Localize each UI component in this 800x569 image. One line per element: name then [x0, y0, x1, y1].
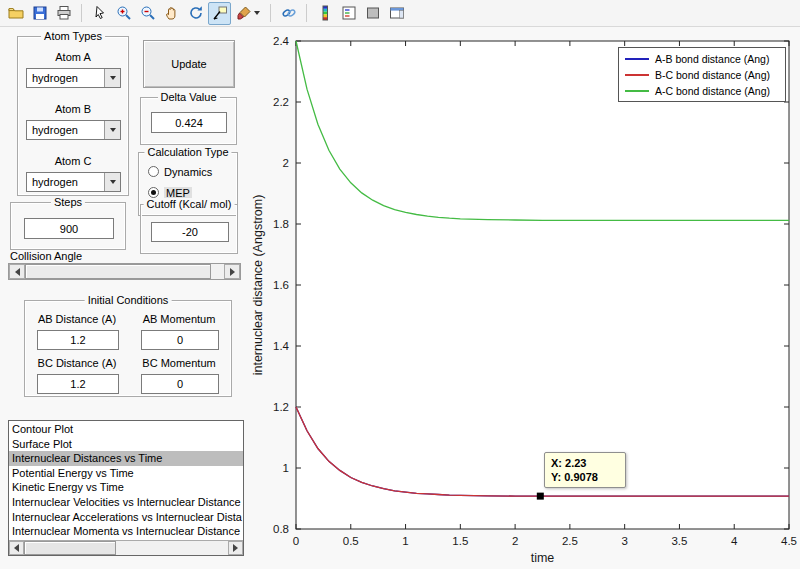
radio-circle-icon [148, 187, 159, 198]
rotate-3d-button[interactable] [184, 2, 207, 25]
open-file-button[interactable] [4, 2, 27, 25]
svg-text:3.5: 3.5 [671, 535, 687, 547]
initial-conditions-title: Initial Conditions [85, 294, 172, 307]
bc-distance-label: BC Distance (A) [25, 357, 129, 369]
bc-momentum-field[interactable] [141, 374, 219, 394]
delta-value-field[interactable] [151, 112, 227, 133]
dropdown-button[interactable] [104, 121, 120, 139]
list-item[interactable]: Internuclear Momenta vs Internuclear Dis… [9, 524, 243, 539]
svg-text:2.5: 2.5 [562, 535, 578, 547]
svg-text:1.2: 1.2 [273, 401, 289, 413]
brush-button[interactable] [232, 2, 264, 25]
list-item[interactable]: Potential Energy vs Time [9, 466, 243, 481]
hscroll-track[interactable] [24, 541, 228, 555]
print-button[interactable] [52, 2, 75, 25]
arrow-right-icon [233, 544, 238, 552]
arrow-right-icon [230, 268, 235, 276]
slider-right-arrow[interactable] [224, 264, 240, 279]
hscroll-thumb[interactable] [24, 541, 116, 555]
data-cursor-button[interactable] [208, 2, 231, 25]
atom-c-label: Atom C [18, 155, 128, 167]
list-item[interactable]: Internuclear Velocities vs Internuclear … [9, 495, 243, 510]
chevron-down-icon [110, 180, 116, 184]
radio-mep-label: MEP [164, 187, 192, 199]
radio-circle-icon [148, 166, 159, 177]
dropdown-button[interactable] [104, 69, 120, 87]
print-icon [56, 5, 72, 21]
list-item[interactable]: Internuclear Distances vs Time [9, 451, 243, 466]
atom-a-value: hydrogen [27, 69, 104, 87]
svg-text:0: 0 [293, 535, 299, 547]
atom-a-dropdown[interactable]: hydrogen [26, 68, 121, 88]
slider-track[interactable] [25, 264, 224, 279]
zoom-out-icon [140, 5, 156, 21]
radio-dynamics-label: Dynamics [164, 166, 212, 178]
delta-value-group: Delta Value [140, 97, 237, 145]
bc-distance-field[interactable] [37, 374, 119, 394]
ab-momentum-label: AB Momentum [129, 313, 229, 325]
link-plot-button[interactable] [277, 2, 300, 25]
svg-text:1: 1 [402, 535, 408, 547]
svg-text:2: 2 [283, 157, 289, 169]
cutoff-field[interactable] [151, 222, 229, 242]
zoom-in-button[interactable] [112, 2, 135, 25]
plot-type-listbox[interactable]: Contour PlotSurface PlotInternuclear Dis… [8, 420, 244, 556]
list-item[interactable]: Internuclear Accelerations vs Internucle… [9, 510, 243, 525]
svg-text:3: 3 [621, 535, 627, 547]
ab-momentum-field[interactable] [141, 330, 219, 350]
toolbar-separator [270, 4, 271, 22]
update-button[interactable]: Update [143, 40, 235, 88]
svg-text:1.8: 1.8 [273, 218, 289, 230]
atom-b-dropdown[interactable]: hydrogen [26, 120, 121, 140]
listbox-hscrollbar[interactable] [9, 540, 243, 555]
svg-text:1.6: 1.6 [273, 279, 289, 291]
plot-canvas[interactable]: 00.511.522.533.544.50.811.21.41.61.822.2… [248, 28, 800, 569]
chevron-down-icon [110, 76, 116, 80]
link-plot-icon [281, 5, 297, 21]
edit-plot-icon [92, 5, 108, 21]
update-button-label: Update [171, 58, 206, 70]
save-button[interactable] [28, 2, 51, 25]
toolbar-separator [81, 4, 82, 22]
list-item[interactable]: Surface Plot [9, 437, 243, 452]
legend-label: A-C bond distance (Ang) [655, 85, 770, 97]
atom-c-dropdown[interactable]: hydrogen [26, 172, 121, 192]
atom-types-title: Atom Types [41, 30, 105, 43]
insert-legend-button[interactable] [337, 2, 360, 25]
insert-legend-icon [341, 5, 357, 21]
list-item[interactable]: Kinetic Energy vs Time [9, 480, 243, 495]
calculation-type-title: Calculation Type [144, 146, 231, 159]
list-item[interactable]: Contour Plot [9, 422, 243, 437]
hscroll-left-arrow[interactable] [9, 541, 24, 555]
radio-dynamics[interactable]: Dynamics [148, 165, 212, 178]
hscroll-right-arrow[interactable] [228, 541, 243, 555]
zoom-out-button[interactable] [136, 2, 159, 25]
edit-plot-button[interactable] [88, 2, 111, 25]
insert-colorbar-button[interactable] [313, 2, 336, 25]
steps-field[interactable] [24, 218, 114, 239]
legend-line-swatch [625, 58, 649, 60]
open-file-icon [8, 5, 24, 21]
slider-thumb[interactable] [25, 264, 211, 279]
atom-b-value: hydrogen [27, 121, 104, 139]
collision-angle-slider[interactable] [8, 263, 241, 280]
data-cursor-icon [212, 5, 228, 21]
legend-entry: B-C bond distance (Ang) [625, 68, 779, 81]
pan-button[interactable] [160, 2, 183, 25]
svg-text:1.4: 1.4 [273, 340, 290, 352]
plot-legend[interactable]: A-B bond distance (Ang) B-C bond distanc… [618, 47, 786, 102]
slider-left-arrow[interactable] [9, 264, 25, 279]
legend-line-swatch [625, 74, 649, 76]
hide-plot-tools-icon [365, 5, 381, 21]
brush-dropdown-icon[interactable] [254, 11, 260, 15]
show-plot-tools-button[interactable] [385, 2, 408, 25]
legend-entry: A-C bond distance (Ang) [625, 84, 779, 97]
dropdown-button[interactable] [104, 173, 120, 191]
ab-distance-field[interactable] [37, 330, 119, 350]
steps-group: Steps [10, 202, 126, 250]
svg-text:internuclear distance (Angstro: internuclear distance (Angstrom) [251, 195, 265, 376]
hide-plot-tools-button[interactable] [361, 2, 384, 25]
atom-c-value: hydrogen [27, 173, 104, 191]
collision-angle-label: Collision Angle [10, 250, 82, 262]
datatip[interactable]: X: 2.23 Y: 0.9078 [544, 452, 626, 488]
